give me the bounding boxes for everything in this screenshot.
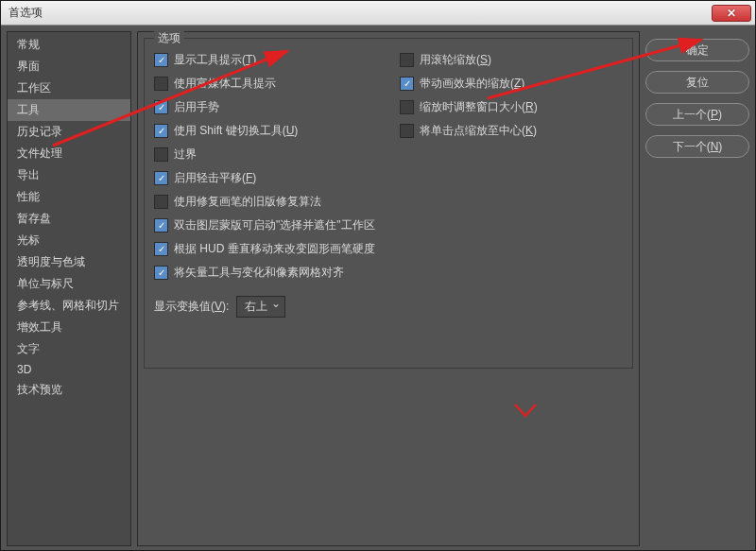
checkbox-box <box>400 53 414 67</box>
sidebar: 常规界面工作区工具历史记录文件处理导出性能暂存盘光标透明度与色域单位与标尺参考线… <box>7 31 131 546</box>
window-title: 首选项 <box>9 5 712 21</box>
checkbox-option[interactable]: ✓显示工具提示(T) <box>154 52 400 68</box>
checkbox-option[interactable]: ✓使用 Shift 键切换工具(U) <box>154 123 400 139</box>
options-col-right: 用滚轮缩放(S)✓带动画效果的缩放(Z)缩放时调整窗口大小(R)将单击点缩放至中… <box>400 52 623 281</box>
annotation-caret <box>511 401 540 429</box>
titlebar: 首选项 ✕ <box>1 1 755 26</box>
checkbox-label: 将矢量工具与变化和像素网格对齐 <box>174 265 344 281</box>
checkbox-label: 带动画效果的缩放(Z) <box>420 76 524 92</box>
checkbox-option[interactable]: ✓启用手势 <box>154 99 400 115</box>
checkbox-option[interactable]: 缩放时调整窗口大小(R) <box>400 99 623 115</box>
checkbox-box <box>154 77 168 91</box>
sidebar-item-11[interactable]: 单位与标尺 <box>8 273 130 295</box>
sidebar-item-4[interactable]: 历史记录 <box>8 121 130 143</box>
main-panel: 选项 ✓显示工具提示(T)使用富媒体工具提示✓启用手势✓使用 Shift 键切换… <box>137 31 640 546</box>
checkbox-label: 用滚轮缩放(S) <box>420 52 491 68</box>
sidebar-item-2[interactable]: 工作区 <box>8 77 130 99</box>
checkbox-box: ✓ <box>154 53 168 67</box>
checkbox-option[interactable]: ✓将矢量工具与变化和像素网格对齐 <box>154 265 400 281</box>
checkbox-label: 显示工具提示(T) <box>174 52 256 68</box>
next-button[interactable]: 下一个(N) <box>645 135 749 158</box>
checkbox-label: 双击图层蒙版可启动"选择并遮住"工作区 <box>174 217 375 233</box>
ok-button[interactable]: 确定 <box>645 39 749 61</box>
checkbox-box <box>154 195 168 209</box>
reset-button[interactable]: 复位 <box>645 71 749 94</box>
checkbox-label: 使用富媒体工具提示 <box>174 76 276 92</box>
group-title: 选项 <box>154 30 184 46</box>
sidebar-item-0[interactable]: 常规 <box>8 34 130 56</box>
close-icon: ✕ <box>727 7 736 20</box>
checkbox-label: 使用 Shift 键切换工具(U) <box>174 123 298 139</box>
sidebar-item-6[interactable]: 导出 <box>8 164 130 186</box>
sidebar-item-9[interactable]: 光标 <box>8 230 130 251</box>
sidebar-item-7[interactable]: 性能 <box>8 186 130 208</box>
checkbox-box: ✓ <box>154 171 168 185</box>
sidebar-item-1[interactable]: 界面 <box>8 56 130 77</box>
transform-display-label: 显示变换值(V): <box>154 299 229 315</box>
checkbox-label: 使用修复画笔的旧版修复算法 <box>174 194 321 210</box>
prev-button[interactable]: 上一个(P) <box>645 103 749 126</box>
sidebar-item-14[interactable]: 文字 <box>8 338 130 360</box>
checkbox-option[interactable]: 使用富媒体工具提示 <box>154 76 400 92</box>
sidebar-item-15[interactable]: 3D <box>8 360 130 379</box>
checkbox-box: ✓ <box>154 100 168 114</box>
checkbox-label: 将单击点缩放至中心(K) <box>420 123 537 139</box>
checkbox-label: 启用轻击平移(F) <box>174 170 256 186</box>
checkbox-option[interactable]: 使用修复画笔的旧版修复算法 <box>154 194 400 210</box>
checkbox-box <box>400 124 414 138</box>
sidebar-item-13[interactable]: 增效工具 <box>8 317 130 338</box>
sidebar-item-5[interactable]: 文件处理 <box>8 143 130 164</box>
options-group: 选项 ✓显示工具提示(T)使用富媒体工具提示✓启用手势✓使用 Shift 键切换… <box>144 38 633 369</box>
dialog-buttons: 确定 复位 上一个(P) 下一个(N) <box>645 31 749 546</box>
checkbox-option[interactable]: 将单击点缩放至中心(K) <box>400 123 623 139</box>
checkbox-label: 过界 <box>174 146 197 163</box>
transform-display-row: 显示变换值(V): 右上 <box>154 296 623 318</box>
checkbox-option[interactable]: ✓带动画效果的缩放(Z) <box>400 76 623 92</box>
checkbox-label: 根据 HUD 垂直移动来改变圆形画笔硬度 <box>174 241 375 257</box>
sidebar-item-10[interactable]: 透明度与色域 <box>8 251 130 273</box>
sidebar-item-16[interactable]: 技术预览 <box>8 379 130 401</box>
sidebar-item-12[interactable]: 参考线、网格和切片 <box>8 295 130 317</box>
checkbox-option[interactable]: 用滚轮缩放(S) <box>400 52 623 68</box>
checkbox-box: ✓ <box>154 218 168 232</box>
checkbox-box <box>400 100 414 114</box>
checkbox-label: 缩放时调整窗口大小(R) <box>420 99 538 115</box>
checkbox-box <box>154 147 168 162</box>
close-button[interactable]: ✕ <box>712 5 751 22</box>
checkbox-option[interactable]: 过界 <box>154 146 400 163</box>
checkbox-box: ✓ <box>154 266 168 280</box>
checkbox-option[interactable]: ✓根据 HUD 垂直移动来改变圆形画笔硬度 <box>154 241 400 257</box>
checkbox-option[interactable]: ✓启用轻击平移(F) <box>154 170 400 186</box>
checkbox-box: ✓ <box>154 124 168 138</box>
checkbox-option[interactable]: ✓双击图层蒙版可启动"选择并遮住"工作区 <box>154 217 400 233</box>
options-col-left: ✓显示工具提示(T)使用富媒体工具提示✓启用手势✓使用 Shift 键切换工具(… <box>154 52 400 281</box>
sidebar-item-3[interactable]: 工具 <box>8 99 130 121</box>
checkbox-box: ✓ <box>400 77 414 91</box>
checkbox-box: ✓ <box>154 242 168 256</box>
checkbox-label: 启用手势 <box>174 99 219 115</box>
transform-display-dropdown[interactable]: 右上 <box>236 296 285 318</box>
sidebar-item-8[interactable]: 暂存盘 <box>8 208 130 230</box>
